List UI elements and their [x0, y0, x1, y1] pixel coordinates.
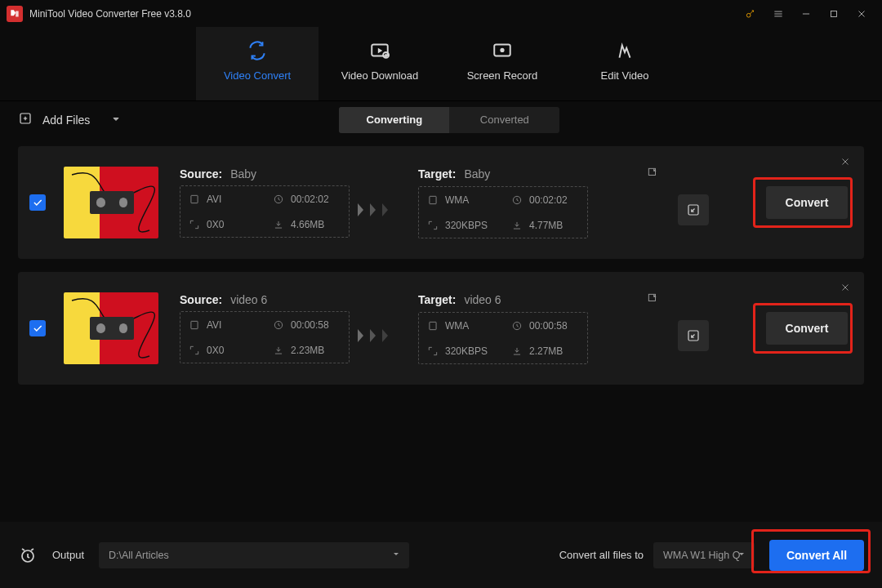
- convert-button[interactable]: Convert: [766, 186, 848, 219]
- target-name: video 6: [464, 293, 501, 306]
- svg-rect-16: [430, 322, 436, 329]
- source-size: 2.23MB: [265, 337, 349, 363]
- app-logo-icon: [7, 6, 23, 22]
- schedule-icon[interactable]: [18, 546, 38, 565]
- add-files-icon: [18, 111, 33, 128]
- source-format: AVI: [180, 186, 265, 212]
- svg-point-0: [746, 13, 751, 17]
- video-download-icon: [369, 40, 390, 61]
- output-profile-select[interactable]: WMA W1 High Q: [653, 542, 755, 568]
- svg-point-5: [500, 48, 504, 52]
- convert-all-to-label: Convert all files to: [559, 549, 644, 561]
- chevron-down-icon: [737, 549, 746, 561]
- video-convert-icon: [247, 40, 268, 61]
- minimize-button[interactable]: [792, 0, 820, 27]
- add-files-label: Add Files: [42, 114, 90, 127]
- select-checkbox[interactable]: [29, 194, 46, 211]
- source-size: 4.66MB: [265, 212, 349, 237]
- tab-screen-record[interactable]: Screen Record: [441, 27, 564, 100]
- segment-converted[interactable]: Converted: [449, 107, 559, 133]
- svg-rect-10: [430, 196, 436, 203]
- file-card: Source:video 6 AVI 00:00:58 0X0 2.23MB T…: [18, 272, 864, 385]
- target-block: Target:Baby WMA 00:02:02 320KBPS 4.77MB: [418, 167, 663, 238]
- source-duration: 00:00:58: [265, 312, 349, 337]
- tab-edit-video[interactable]: Edit Video: [564, 27, 686, 100]
- source-format: AVI: [180, 312, 265, 337]
- target-bitrate: 320KBPS: [419, 212, 503, 238]
- svg-rect-7: [191, 195, 198, 203]
- target-spec-box: WMA 00:02:02 320KBPS 4.77MB: [418, 186, 588, 238]
- output-path-select[interactable]: D:\All Articles: [99, 542, 409, 568]
- target-format: WMA: [419, 187, 503, 212]
- output-label: Output: [52, 549, 84, 561]
- chevron-down-icon[interactable]: [111, 114, 121, 127]
- remove-item-icon[interactable]: [840, 282, 851, 296]
- source-resolution: 0X0: [180, 212, 265, 237]
- segment-converting[interactable]: Converting: [339, 107, 449, 133]
- svg-rect-1: [831, 11, 837, 16]
- thumbnail: [64, 292, 158, 364]
- convert-all-button[interactable]: Convert All: [769, 540, 864, 571]
- file-list: Source:Baby AVI 00:02:02 0X0 4.66MB Targ…: [0, 138, 882, 514]
- source-spec-box: AVI 00:00:58 0X0 2.23MB: [180, 311, 350, 363]
- edit-video-icon: [614, 40, 635, 61]
- upgrade-key-icon[interactable]: [737, 0, 764, 27]
- source-name: Baby: [230, 167, 256, 180]
- target-format: WMA: [419, 313, 503, 338]
- tab-label: Video Convert: [224, 69, 291, 82]
- edit-target-icon[interactable]: [647, 292, 658, 307]
- arrow-icon: [350, 203, 397, 217]
- select-checkbox[interactable]: [29, 320, 46, 336]
- target-size: 2.27MB: [503, 338, 587, 363]
- remove-item-icon[interactable]: [840, 156, 851, 171]
- edit-target-icon[interactable]: [647, 167, 658, 181]
- source-label: Source:: [180, 293, 222, 306]
- source-block: Source:Baby AVI 00:02:02 0X0 4.66MB: [180, 167, 350, 238]
- source-name: video 6: [230, 293, 267, 306]
- thumbnail: [64, 167, 158, 238]
- target-duration: 00:02:02: [503, 187, 587, 212]
- target-duration: 00:00:58: [503, 313, 587, 338]
- tab-video-download[interactable]: Video Download: [318, 27, 441, 100]
- arrow-icon: [350, 328, 397, 343]
- target-bitrate: 320KBPS: [419, 338, 503, 363]
- preview-button[interactable]: [678, 320, 709, 351]
- add-files-button[interactable]: Add Files: [8, 106, 131, 133]
- target-name: Baby: [464, 167, 490, 180]
- menu-icon[interactable]: [764, 0, 792, 27]
- toolbar: Add Files Converting Converted: [0, 101, 882, 138]
- source-spec-box: AVI 00:02:02 0X0 4.66MB: [180, 185, 350, 238]
- target-block: Target:video 6 WMA 00:00:58 320KBPS 2.27…: [418, 292, 663, 364]
- target-label: Target:: [418, 167, 456, 180]
- target-size: 4.77MB: [503, 212, 587, 238]
- app-title: MiniTool Video Converter Free v3.8.0: [29, 8, 191, 20]
- bottom-bar: Output D:\All Articles Convert all files…: [0, 522, 882, 588]
- title-bar: MiniTool Video Converter Free v3.8.0: [0, 0, 882, 27]
- source-label: Source:: [180, 167, 222, 180]
- source-duration: 00:02:02: [265, 186, 349, 212]
- chevron-down-icon: [391, 549, 401, 561]
- svg-rect-13: [191, 321, 198, 328]
- tab-video-convert[interactable]: Video Convert: [196, 27, 318, 100]
- tab-label: Screen Record: [467, 69, 538, 82]
- output-profile-value: WMA W1 High Q: [663, 550, 740, 561]
- close-window-button[interactable]: [848, 0, 875, 27]
- source-block: Source:video 6 AVI 00:00:58 0X0 2.23MB: [180, 293, 350, 363]
- convert-button[interactable]: Convert: [766, 312, 848, 345]
- tab-label: Edit Video: [600, 69, 648, 82]
- status-segmented-control: Converting Converted: [339, 107, 559, 133]
- target-spec-box: WMA 00:00:58 320KBPS 2.27MB: [418, 312, 588, 364]
- main-tabs: Video Convert Video Download Screen Reco…: [0, 27, 882, 101]
- file-card: Source:Baby AVI 00:02:02 0X0 4.66MB Targ…: [18, 146, 864, 259]
- output-path-value: D:\All Articles: [109, 550, 169, 561]
- source-resolution: 0X0: [180, 337, 265, 363]
- screen-record-icon: [492, 40, 513, 61]
- maximize-button[interactable]: [820, 0, 848, 27]
- tab-label: Video Download: [341, 69, 418, 82]
- target-label: Target:: [418, 293, 456, 306]
- preview-button[interactable]: [678, 194, 709, 225]
